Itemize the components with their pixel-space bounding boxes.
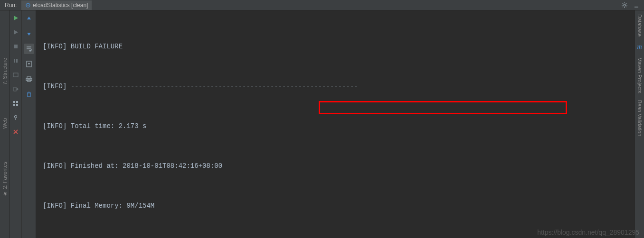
print-button[interactable] xyxy=(24,74,34,84)
run-config-icon xyxy=(25,2,31,8)
svg-marker-12 xyxy=(14,16,18,20)
up-stack-button[interactable] xyxy=(24,13,34,24)
main-area: 7: Structure Web ★ 2: Favorites xyxy=(0,10,644,238)
svg-marker-26 xyxy=(27,17,31,19)
run-toolbar-col2 xyxy=(22,10,36,238)
star-icon: ★ xyxy=(1,191,8,197)
console-line: [INFO] ---------------------------------… xyxy=(43,80,635,93)
run-config-tab-label: eloadStatistics [clean] xyxy=(33,2,88,9)
structure-label: 7: Structure xyxy=(2,58,8,85)
layout-button[interactable] xyxy=(11,99,20,108)
hide-icon[interactable] xyxy=(631,2,642,8)
scroll-to-end-button[interactable] xyxy=(24,59,34,69)
database-tool-tab[interactable]: Database xyxy=(637,14,643,37)
exit-button[interactable] xyxy=(11,84,20,94)
svg-point-1 xyxy=(28,4,28,5)
run-toolbar-col1 xyxy=(9,10,22,238)
bean-label: Bean Validation xyxy=(637,100,643,136)
run-label: Run: xyxy=(2,2,19,9)
console-output[interactable]: [INFO] BUILD FAILURE [INFO] ------------… xyxy=(36,10,635,238)
svg-rect-15 xyxy=(14,59,15,63)
svg-rect-20 xyxy=(13,104,15,106)
database-label: Database xyxy=(637,14,643,37)
console-line: [INFO] Total time: 2.173 s xyxy=(43,119,635,133)
svg-rect-16 xyxy=(16,59,18,63)
favorites-tool-tab[interactable]: ★ 2: Favorites xyxy=(1,162,8,197)
svg-rect-33 xyxy=(28,93,30,97)
svg-point-2 xyxy=(624,4,625,6)
svg-rect-17 xyxy=(13,73,18,77)
maven-m-icon: m xyxy=(637,43,642,51)
svg-rect-14 xyxy=(14,45,18,48)
annotation-highlight-box xyxy=(319,101,567,114)
svg-rect-11 xyxy=(635,7,638,8)
svg-rect-21 xyxy=(16,104,18,106)
svg-line-8 xyxy=(626,6,626,7)
web-label: Web xyxy=(2,118,8,128)
gear-icon[interactable] xyxy=(618,2,631,9)
favorites-label: 2: Favorites xyxy=(2,162,8,189)
web-tool-tab[interactable]: Web xyxy=(2,118,8,128)
maven-tool-tab[interactable]: Maven Projects xyxy=(637,57,643,93)
rerun-button[interactable] xyxy=(11,13,20,23)
svg-rect-19 xyxy=(16,101,18,103)
maven-label: Maven Projects xyxy=(637,57,643,93)
soft-wrap-button[interactable] xyxy=(24,44,34,54)
svg-rect-18 xyxy=(13,101,15,103)
console-line: [INFO] Final Memory: 9M/154M xyxy=(43,199,635,212)
svg-point-22 xyxy=(14,116,17,118)
svg-marker-27 xyxy=(27,33,31,36)
bean-validation-tool-tab[interactable]: Bean Validation xyxy=(637,100,643,136)
pause-button[interactable] xyxy=(11,56,20,65)
svg-line-7 xyxy=(623,3,623,3)
close-button[interactable] xyxy=(11,127,20,137)
svg-line-9 xyxy=(623,6,623,7)
dump-button[interactable] xyxy=(11,70,20,80)
svg-line-10 xyxy=(626,3,626,3)
structure-tool-tab[interactable]: 7: Structure xyxy=(2,58,8,85)
pin-button[interactable] xyxy=(11,113,20,122)
run-tool-top-bar: Run: eloadStatistics [clean] xyxy=(0,0,644,10)
run-config-tab[interactable]: eloadStatistics [clean] xyxy=(21,0,92,10)
clear-all-button[interactable] xyxy=(24,89,34,100)
down-stack-button[interactable] xyxy=(24,28,34,39)
console-line: [INFO] BUILD FAILURE xyxy=(43,40,635,53)
left-tool-strip: 7: Structure Web ★ 2: Favorites xyxy=(0,10,9,238)
svg-marker-29 xyxy=(28,63,30,65)
right-tool-strip: Database m Maven Projects Bean Validatio… xyxy=(635,10,644,238)
console-line: [INFO] Finished at: 2018-10-01T08:42:16+… xyxy=(43,159,635,173)
rerun-failed-button[interactable] xyxy=(11,27,20,37)
stop-button[interactable] xyxy=(11,42,20,51)
svg-marker-13 xyxy=(14,30,18,35)
